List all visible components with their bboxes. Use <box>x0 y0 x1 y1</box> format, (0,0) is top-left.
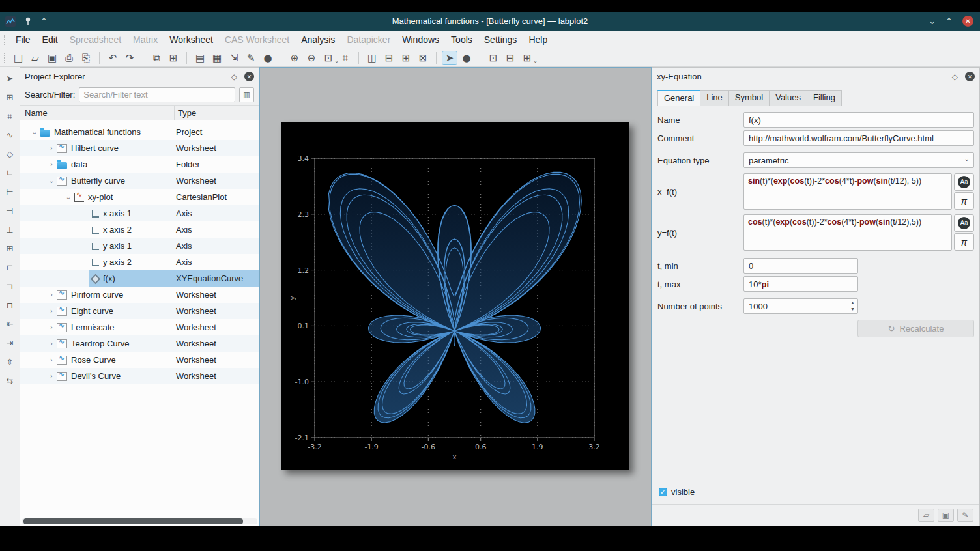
cascade-windows-button[interactable]: ⧉ <box>149 51 164 65</box>
worksheet-view[interactable]: -3.2-1.9-0.60.61.93.23.42.31.20.1-1.0-2.… <box>259 67 652 526</box>
save-as-new-button[interactable]: ✎ <box>957 509 973 522</box>
zoom-fit-button[interactable]: ⊡⌄ <box>321 51 336 65</box>
tree-row-xy-plot[interactable]: ⌄xy-plotCartesianPlot <box>20 189 259 205</box>
menu-spreadsheet[interactable]: Spreadsheet <box>64 32 127 48</box>
menu-help[interactable]: Help <box>523 32 553 48</box>
add-equation-curve-button[interactable]: ◇ <box>3 148 16 160</box>
menu-edit[interactable]: Edit <box>36 32 64 48</box>
shade-up-icon[interactable]: ⌃ <box>40 16 48 26</box>
shift-right-x-button[interactable]: ⇥ <box>3 337 16 349</box>
close-panel-button[interactable]: ✕ <box>965 72 975 81</box>
tree-row-eight-curve[interactable]: ›Eight curveWorksheet <box>20 303 259 319</box>
menu-settings[interactable]: Settings <box>478 32 523 48</box>
insert-function-button[interactable]: π <box>954 192 974 210</box>
tree-row-piriform-curve[interactable]: ›Piriform curveWorksheet <box>20 287 259 303</box>
points-spinbox[interactable]: 1000▲▼ <box>743 298 858 314</box>
tab-general[interactable]: General <box>657 90 700 106</box>
expander-icon[interactable]: › <box>46 161 57 168</box>
float-panel-icon[interactable]: ◇ <box>231 72 237 81</box>
tree-row-x-axis-1[interactable]: x axis 1Axis <box>20 205 259 221</box>
menu-matrix[interactable]: Matrix <box>127 32 164 48</box>
new-workbook-button[interactable]: ▤ <box>192 51 208 65</box>
menu-file[interactable]: File <box>10 32 36 48</box>
scrollbar-thumb[interactable] <box>23 518 243 524</box>
export-button[interactable]: ⇲ <box>226 51 242 65</box>
tab-symbol[interactable]: Symbol <box>728 90 770 106</box>
tree-row-data[interactable]: ›dataFolder <box>20 156 259 173</box>
expander-icon[interactable]: › <box>46 307 57 315</box>
name-input[interactable]: f(x) <box>743 112 974 128</box>
layout-vertical-button[interactable]: ◫ <box>364 51 380 65</box>
tree-row-f-x-[interactable]: f(x)XYEquationCurve <box>20 270 259 287</box>
tree-row-mathematical-functions[interactable]: ⌄Mathematical functionsProject <box>20 124 259 140</box>
dropdown-arrow-icon[interactable]: ⌄ <box>533 58 538 64</box>
menubar-drag-handle[interactable] <box>4 35 7 45</box>
tree-row-devil-s-curve[interactable]: ›Devil's CurveWorksheet <box>20 368 259 384</box>
tree-row-rose-curve[interactable]: ›Rose CurveWorksheet <box>20 352 259 368</box>
comment-input[interactable]: http://mathworld.wolfram.com/ButterflyCu… <box>743 130 974 146</box>
menu-analysis[interactable]: Analysis <box>295 32 341 48</box>
auto-scale-button[interactable]: ⇳ <box>3 356 16 368</box>
float-panel-icon[interactable]: ◇ <box>952 72 958 81</box>
add-grid-button[interactable]: ⊞ <box>3 242 16 255</box>
add-curve-button[interactable]: ∿ <box>3 129 16 141</box>
expander-icon[interactable]: › <box>46 340 57 347</box>
menu-worksheet[interactable]: Worksheet <box>164 32 219 48</box>
maximize-icon[interactable]: ⌃ <box>945 16 953 26</box>
tile-windows-button[interactable]: ⊞ <box>166 51 181 65</box>
menu-cas-worksheet[interactable]: CAS Worksheet <box>219 32 295 48</box>
tree-row-hilbert-curve[interactable]: ›Hilbert curveWorksheet <box>20 140 259 156</box>
minimize-icon[interactable]: ⌄ <box>929 16 936 26</box>
zoom-in-button[interactable]: ⊕ <box>287 51 302 65</box>
close-panel-button[interactable]: ✕ <box>244 72 254 81</box>
pin-icon[interactable] <box>24 17 32 26</box>
insert-constant-button[interactable]: Aa <box>954 214 974 232</box>
t-max-input[interactable]: 10*pi <box>743 276 858 292</box>
tree-row-y-axis-1[interactable]: y axis 1Axis <box>20 238 259 254</box>
add-x-axis-button[interactable]: ⊢ <box>3 186 16 198</box>
tree-row-lemniscate[interactable]: ›LemniscateWorksheet <box>20 319 259 335</box>
open-file-button[interactable]: ▱ <box>27 51 43 65</box>
redo-button[interactable]: ↷ <box>122 51 137 65</box>
draw-button[interactable]: ✎ <box>243 51 259 65</box>
select-tool-button[interactable]: ➤ <box>442 51 457 65</box>
insert-function-button[interactable]: π <box>954 233 974 251</box>
zoom-x-tool-button[interactable]: ⊟ <box>502 51 518 65</box>
spinbox-arrows-icon[interactable]: ▲▼ <box>850 300 855 313</box>
expander-icon[interactable]: ⌄ <box>63 193 74 201</box>
load-function-button[interactable]: ▱ <box>918 509 934 522</box>
zoom-select-button[interactable]: ⊏ <box>3 261 16 274</box>
expander-icon[interactable]: › <box>46 324 57 331</box>
search-input[interactable]: Search/Filter text <box>79 87 235 102</box>
filter-options-button[interactable]: ▥ <box>239 87 254 102</box>
expander-icon[interactable]: ⌄ <box>29 128 40 135</box>
tree-row-butterfly-curve[interactable]: ⌄Butterfly curveWorksheet <box>20 173 259 189</box>
column-header-name[interactable]: Name <box>20 106 175 120</box>
tab-line[interactable]: Line <box>700 90 729 106</box>
tab-values[interactable]: Values <box>769 90 807 106</box>
save-function-button[interactable]: ▣ <box>938 509 954 522</box>
column-header-type[interactable]: Type <box>175 108 259 118</box>
zoom-out-button[interactable]: ⊖ <box>304 51 319 65</box>
expander-icon[interactable]: ⌄ <box>46 177 57 184</box>
recalculate-button[interactable]: ↻Recalculate <box>857 320 974 337</box>
menu-windows[interactable]: Windows <box>396 32 445 48</box>
tree-row-y-axis-2[interactable]: y axis 2Axis <box>20 254 259 270</box>
equation-type-select[interactable]: parametric <box>743 152 974 168</box>
zoom-y-tool-button[interactable]: ⊞⌄ <box>519 51 535 65</box>
expander-icon[interactable]: › <box>46 145 57 152</box>
toolbar-drag-handle[interactable] <box>4 53 7 63</box>
visible-checkbox[interactable]: ✓ <box>659 488 667 496</box>
select-cursor-button[interactable]: ➤ <box>3 72 16 85</box>
color-ink-button[interactable]: ● <box>260 51 276 65</box>
insert-constant-button[interactable]: Aa <box>954 173 974 191</box>
save-button[interactable]: ▣ <box>44 51 60 65</box>
new-document-button[interactable]: □ <box>10 51 26 65</box>
expander-icon[interactable]: › <box>46 291 57 298</box>
t-min-input[interactable]: 0 <box>743 258 858 274</box>
undo-button[interactable]: ↶ <box>105 51 121 65</box>
y-equation-input[interactable]: cos(t)*(exp(cos(t))-2*cos(4*t)-pow(sin(t… <box>743 214 952 251</box>
auto-scale-x-button[interactable]: ⇆ <box>3 374 16 387</box>
fit-selection-button[interactable]: ⌗ <box>338 51 353 65</box>
add-text-box-button[interactable]: ⊞ <box>3 91 16 104</box>
